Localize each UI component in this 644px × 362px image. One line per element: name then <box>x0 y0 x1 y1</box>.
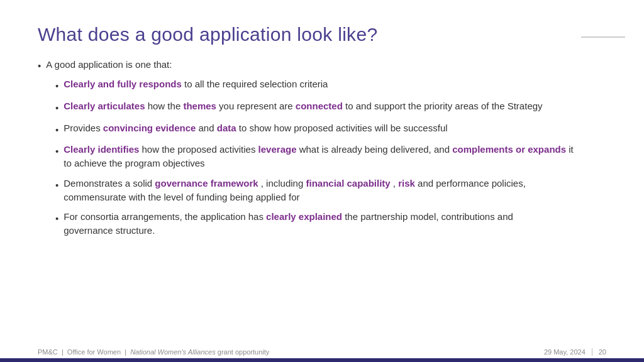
sub-item-5-text: Demonstrates a solid governance framewor… <box>64 177 606 204</box>
sub-item-5-text-2: , including <box>261 178 306 189</box>
sub-item-1: • Clearly and fully responds to all the … <box>55 77 606 93</box>
sub-item-3-text-2: and <box>199 123 217 133</box>
sub-item-2-text-3: to and support the priority areas of the… <box>345 101 543 111</box>
sub-item-3: • Provides convincing evidence and data … <box>55 121 606 137</box>
footer-divider <box>592 348 592 356</box>
sub-bullet-dot-2: • <box>55 101 58 115</box>
sub-item-4: • Clearly identifies how the proposed ac… <box>55 143 606 170</box>
slide-title: What does a good application look like? <box>38 24 606 45</box>
sub-item-6-highlight-1: clearly explained <box>266 211 342 222</box>
sub-item-3-highlight-1: convincing evidence <box>103 123 196 133</box>
sub-item-4-text: Clearly identifies how the proposed acti… <box>64 143 606 170</box>
sub-bullet-dot-5: • <box>55 178 58 192</box>
sub-item-2-highlight-3: connected <box>296 101 343 111</box>
footer-right: 29 May, 2024 20 <box>544 348 606 356</box>
slide: What does a good application look like? … <box>0 0 644 362</box>
footer-page: 20 <box>599 348 606 356</box>
main-bullet-dot: • <box>38 60 41 71</box>
sub-item-4-text-2: what is already being delivered, and <box>299 144 453 155</box>
footer-left-text: PM&C | Office for Women | National Women… <box>38 348 269 356</box>
sub-item-3-text-1: Provides <box>64 123 103 133</box>
sub-item-2-text: Clearly articulates how the themes you r… <box>64 99 606 113</box>
sub-item-3-text: Provides convincing evidence and data to… <box>64 121 606 135</box>
sub-item-2: • Clearly articulates how the themes you… <box>55 99 606 115</box>
sub-item-3-highlight-2: data <box>217 123 236 133</box>
main-bullet-text: A good application is one that: <box>46 59 172 70</box>
sub-item-5-highlight-1: governance framework <box>155 178 258 189</box>
footer-date: 29 May, 2024 <box>544 348 586 356</box>
sub-item-6-text-1: For consortia arrangements, the applicat… <box>64 211 266 222</box>
sub-item-6: • For consortia arrangements, the applic… <box>55 210 606 238</box>
footer-text: PM&C | Office for Women | National Women… <box>0 344 644 358</box>
sub-item-2-text-2: you represent are <box>219 101 296 111</box>
sub-item-1-text: Clearly and fully responds to all the re… <box>64 77 606 91</box>
sub-item-3-text-3: to show how proposed activities will be … <box>239 123 448 133</box>
sub-item-2-highlight-1: Clearly articulates <box>64 101 145 111</box>
sub-item-4-highlight-3: complements or expands <box>452 144 566 155</box>
sub-item-2-text-1: how the <box>148 101 184 111</box>
sub-item-5-text-3: , <box>393 178 398 189</box>
top-line-decoration <box>581 36 625 38</box>
main-bullet: • A good application is one that: <box>38 59 606 71</box>
sub-item-5-highlight-2: financial capability <box>306 178 390 189</box>
sub-item-5: • Demonstrates a solid governance framew… <box>55 177 606 204</box>
sub-bullet-dot-6: • <box>55 212 58 226</box>
sub-bullet-dot-4: • <box>55 145 58 158</box>
sub-item-1-rest: to all the required selection criteria <box>184 79 328 89</box>
sub-bullet-dot-3: • <box>55 123 58 137</box>
sub-item-6-text: For consortia arrangements, the applicat… <box>64 210 606 238</box>
sub-item-4-highlight-2: leverage <box>258 144 297 155</box>
sub-item-4-highlight-1: Clearly identifies <box>64 144 139 155</box>
sub-item-2-highlight-2: themes <box>183 101 216 111</box>
footer: PM&C | Office for Women | National Women… <box>0 344 644 362</box>
sub-item-5-text-1: Demonstrates a solid <box>64 178 155 189</box>
sub-item-list: • Clearly and fully responds to all the … <box>55 77 606 238</box>
sub-item-1-highlight-1: Clearly and fully responds <box>64 79 182 89</box>
sub-item-5-highlight-3: risk <box>398 178 415 189</box>
sub-item-4-text-1: how the proposed activities <box>142 144 258 155</box>
footer-bar <box>0 358 644 362</box>
sub-bullet-dot-1: • <box>55 79 58 93</box>
